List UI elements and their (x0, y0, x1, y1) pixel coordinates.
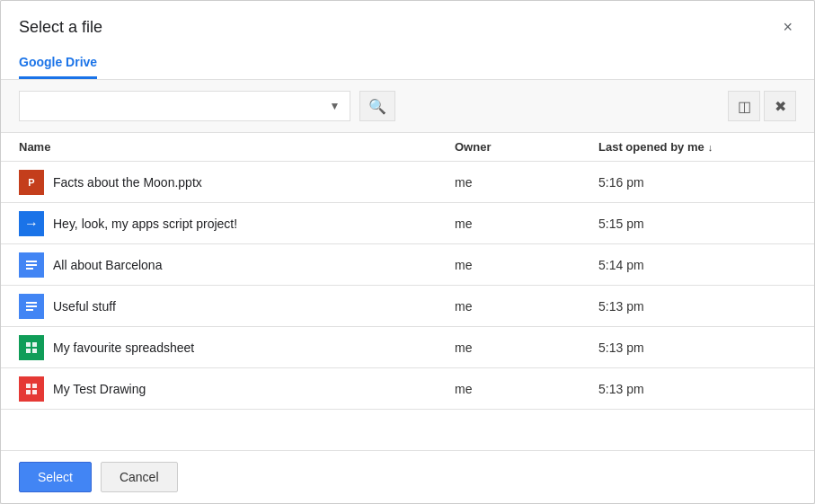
dialog-title: Select a file (19, 18, 102, 37)
file-name: Useful stuff (53, 299, 116, 314)
file-icon-sheet (19, 335, 44, 360)
table-row[interactable]: Useful stuff me 5:13 pm (1, 286, 814, 327)
svg-rect-9 (32, 349, 37, 353)
file-name-cell: → Hey, look, my apps script project! (19, 211, 455, 236)
table-row[interactable]: All about Barcelona me 5:14 pm (1, 244, 814, 286)
file-icon-drawing (19, 376, 44, 402)
cancel-button[interactable]: Cancel (101, 462, 178, 492)
svg-rect-3 (26, 302, 37, 304)
file-date: 5:13 pm (598, 382, 796, 396)
file-icon-script: → (19, 211, 44, 236)
file-owner: me (455, 258, 598, 272)
dropdown-arrow-icon[interactable]: ▼ (328, 100, 342, 112)
file-name: My Test Drawing (53, 382, 146, 396)
search-input[interactable] (27, 99, 328, 113)
svg-rect-12 (26, 390, 31, 394)
select-file-dialog: Select a file × Google Drive ▼ 🔍 ◫ ✖ N (0, 0, 815, 504)
table-row[interactable]: P Facts about the Moon.pptx me 5:16 pm (1, 162, 814, 203)
file-name-cell: My favourite spreadsheet (19, 335, 455, 360)
tabs-bar: Google Drive (1, 46, 814, 80)
file-name-cell: All about Barcelona (19, 252, 455, 278)
view-buttons: ◫ ✖ (728, 91, 796, 121)
svg-rect-0 (26, 261, 37, 262)
svg-rect-10 (26, 384, 31, 388)
file-date: 5:16 pm (598, 175, 796, 190)
grid-icon: ◫ (738, 98, 751, 115)
column-last-opened[interactable]: Last opened by me ↓ (598, 140, 796, 154)
svg-rect-7 (32, 342, 37, 347)
select-button[interactable]: Select (19, 462, 92, 492)
file-name-cell: Useful stuff (19, 294, 455, 319)
table-row[interactable]: My Test Drawing me 5:13 pm (1, 368, 814, 410)
file-date: 5:13 pm (598, 299, 796, 314)
file-rows-container: P Facts about the Moon.pptx me 5:16 pm →… (1, 162, 814, 410)
file-name: My favourite spreadsheet (53, 340, 194, 355)
file-date: 5:15 pm (598, 217, 796, 231)
dialog-footer: Select Cancel (1, 450, 814, 503)
close-button[interactable]: × (779, 15, 796, 39)
file-name: All about Barcelona (53, 258, 162, 272)
svg-rect-8 (26, 349, 31, 353)
dialog-header: Select a file × (1, 1, 814, 39)
svg-rect-2 (26, 268, 33, 270)
file-date: 5:13 pm (598, 340, 796, 355)
file-name-cell: My Test Drawing (19, 376, 455, 402)
search-icon: 🔍 (368, 98, 386, 115)
sort-button[interactable]: ✖ (764, 91, 796, 121)
svg-rect-4 (26, 305, 37, 307)
file-owner: me (455, 175, 598, 190)
toolbar: ▼ 🔍 ◫ ✖ (1, 80, 814, 133)
file-list: Name Owner Last opened by me ↓ P Facts a… (1, 133, 814, 450)
svg-rect-11 (32, 384, 37, 388)
file-icon-doc (19, 294, 44, 319)
sort-icon: ✖ (775, 98, 786, 115)
file-date: 5:14 pm (598, 258, 796, 272)
file-name: Hey, look, my apps script project! (53, 217, 237, 231)
file-name-cell: P Facts about the Moon.pptx (19, 170, 455, 195)
svg-rect-1 (26, 264, 37, 266)
column-name: Name (19, 140, 455, 154)
search-button[interactable]: 🔍 (359, 91, 395, 121)
svg-rect-5 (26, 309, 33, 311)
sort-arrow-icon: ↓ (708, 142, 713, 153)
file-owner: me (455, 382, 598, 396)
grid-view-button[interactable]: ◫ (728, 91, 760, 121)
file-owner: me (455, 340, 598, 355)
file-icon-ppt: P (19, 170, 44, 195)
svg-rect-6 (26, 342, 31, 347)
file-owner: me (455, 299, 598, 314)
table-row[interactable]: My favourite spreadsheet me 5:13 pm (1, 327, 814, 368)
column-owner: Owner (455, 140, 598, 154)
file-owner: me (455, 217, 598, 231)
search-wrapper: ▼ (19, 91, 350, 121)
svg-rect-13 (32, 390, 37, 394)
table-row[interactable]: → Hey, look, my apps script project! me … (1, 203, 814, 244)
file-icon-doc (19, 252, 44, 278)
tab-google-drive[interactable]: Google Drive (19, 46, 97, 79)
file-name: Facts about the Moon.pptx (53, 175, 202, 190)
list-header: Name Owner Last opened by me ↓ (1, 133, 814, 162)
